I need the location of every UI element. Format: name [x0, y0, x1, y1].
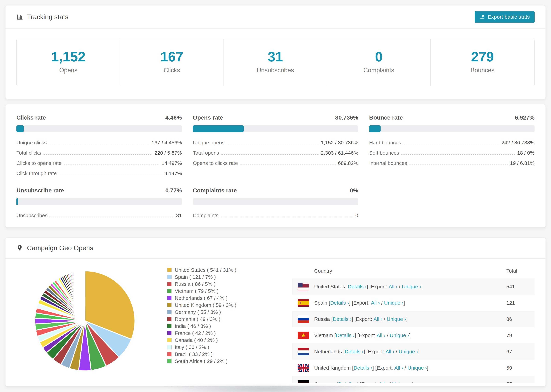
stat-value: 0: [327, 50, 430, 64]
legend-item: France ( 42 / 2% ): [167, 329, 276, 336]
table-row-gb: United Kingdom [Details ›] [Export: All …: [292, 360, 535, 376]
details-link[interactable]: Details ›: [348, 284, 367, 290]
stat-value: 279: [431, 50, 534, 64]
rate-detail-row: Total opens 2,303 / 61.446%: [193, 150, 358, 156]
rate-detail-label: Internal bounces: [369, 160, 407, 166]
country-flag-icon: ★: [298, 332, 309, 339]
geo-opens-legend: United States ( 541 / 31% ) Spain ( 121 …: [167, 266, 276, 365]
country-name: United States: [314, 284, 345, 290]
legend-label: India ( 46 / 3% ): [175, 323, 211, 329]
rate-card-clicks-rate: Clicks rate 4.46% Unique clicks 167 / 4.…: [16, 114, 182, 176]
export-all-link[interactable]: All ›: [389, 284, 397, 290]
rate-progress-bar: [193, 125, 358, 132]
country-flag-icon: [298, 283, 309, 290]
rate-detail-value: 220 / 5.87%: [155, 150, 182, 156]
rate-detail-value: 167 / 4.456%: [152, 140, 182, 145]
export-unique-link[interactable]: Unique ›: [392, 381, 411, 383]
legend-swatch: [167, 331, 172, 335]
dotted-leader: [50, 217, 174, 217]
country-name: United Kingdom: [314, 365, 351, 371]
bar-chart-icon: [16, 14, 23, 20]
rate-detail-row: Unique opens 1,152 / 30.736%: [193, 140, 358, 145]
export-unique-link[interactable]: Unique ›: [387, 316, 406, 322]
stat-value: 1,152: [17, 50, 120, 64]
details-link[interactable]: Details ›: [336, 332, 354, 338]
rate-detail-row: Internal bounces 19 / 6.81%: [369, 160, 535, 166]
details-link[interactable]: Details ›: [345, 349, 363, 355]
legend-label: Germany ( 55 / 3% ): [175, 309, 221, 315]
rates-card: Clicks rate 4.46% Unique clicks 167 / 4.…: [6, 104, 545, 227]
rate-detail-value: 242 / 86.738%: [502, 140, 535, 145]
dotted-leader: [221, 217, 353, 217]
rate-detail-row: Opens to clicks rate 689.82%: [193, 160, 358, 166]
details-link[interactable]: Details ›: [330, 300, 349, 306]
export-unique-link[interactable]: Unique ›: [402, 284, 421, 290]
rate-detail-value: 14.497%: [162, 160, 182, 166]
export-all-link[interactable]: All ›: [379, 381, 388, 383]
rate-progress-fill: [193, 125, 244, 132]
legend-item: United States ( 541 / 31% ): [167, 266, 276, 273]
legend-label: Canada ( 40 / 2% ): [175, 337, 218, 343]
export-unique-link[interactable]: Unique ›: [384, 300, 403, 306]
rate-detail-value: 689.82%: [338, 160, 358, 166]
rate-detail-label: Complaints: [193, 213, 219, 218]
legend-swatch: [167, 359, 172, 364]
details-link[interactable]: Details ›: [353, 365, 372, 371]
legend-label: France ( 42 / 2% ): [175, 330, 216, 336]
dotted-leader: [59, 175, 162, 175]
rate-detail-label: Unique opens: [193, 140, 225, 145]
export-unique-link[interactable]: Unique ›: [407, 365, 427, 371]
legend-item: Netherlands ( 67 / 4% ): [167, 294, 276, 301]
country-total: 67: [506, 349, 535, 355]
rate-detail-row: Complaints 0: [193, 213, 358, 218]
export-all-link[interactable]: All ›: [374, 316, 382, 322]
country-flag-icon: [298, 315, 309, 323]
table-row-vn: ★ Vietnam [Details ›] [Export: All › / U…: [292, 327, 535, 343]
rate-detail-value: 31: [176, 213, 182, 218]
rate-detail-row: Total clicks 220 / 5.87%: [16, 150, 182, 156]
table-row-es: Spain [Details ›] [Export: All › / Uniqu…: [292, 295, 535, 311]
export-all-link[interactable]: All ›: [377, 332, 386, 338]
legend-swatch: [167, 268, 172, 272]
rate-progress-fill: [16, 125, 24, 132]
legend-label: Brazil ( 33 / 2% ): [175, 351, 213, 357]
rate-detail-label: Unique clicks: [16, 140, 47, 145]
dotted-leader: [227, 144, 318, 144]
export-all-link[interactable]: All ›: [395, 365, 403, 371]
country-flag-icon: [298, 364, 309, 372]
geo-opens-header: Campaign Geo Opens: [6, 238, 545, 259]
export-unique-link[interactable]: Unique ›: [390, 332, 409, 338]
export-unique-link[interactable]: Unique ›: [399, 349, 418, 355]
export-basic-stats-button[interactable]: Export basic stats: [475, 11, 535, 23]
details-link[interactable]: Details ›: [338, 381, 357, 383]
pie-slice-other[interactable]: [85, 271, 85, 321]
dotted-leader: [64, 165, 159, 165]
table-row-nl: Netherlands [Details ›] [Export: All › /…: [292, 343, 535, 360]
export-icon: [480, 14, 485, 20]
rate-value: 4.46%: [165, 114, 182, 121]
country-name: Russia: [314, 316, 330, 322]
rate-progress-fill: [16, 198, 18, 205]
country-total: 121: [506, 300, 535, 306]
rate-detail-row: Click through rate 4.147%: [16, 170, 182, 176]
legend-swatch: [167, 282, 172, 286]
country-name: Germany: [314, 381, 335, 383]
geo-opens-content: United States ( 541 / 31% ) Spain ( 121 …: [6, 259, 545, 383]
legend-swatch: [167, 324, 172, 328]
rate-detail-row: Unique clicks 167 / 4.456%: [16, 140, 182, 145]
summary-stat: 0 Complaints: [327, 39, 431, 86]
legend-label: United States ( 541 / 31% ): [175, 267, 236, 273]
rate-progress-fill: [369, 125, 381, 132]
export-all-link[interactable]: All ›: [386, 349, 395, 355]
country-total: 55: [506, 381, 535, 383]
stat-value: 31: [224, 50, 327, 64]
legend-label: Italy ( 36 / 2% ): [175, 344, 209, 350]
details-link[interactable]: Details ›: [333, 316, 352, 322]
legend-item: Canada ( 40 / 2% ): [167, 336, 276, 343]
rate-title: Clicks rate: [16, 114, 46, 121]
export-all-link[interactable]: All ›: [371, 300, 380, 306]
table-header-row: Country Total: [292, 263, 535, 279]
summary-stat: 167 Clicks: [120, 39, 224, 86]
bottom-shadow-artifact: [165, 386, 368, 392]
rate-card-unsubscribe-rate: Unsubscribe rate 0.77% Unsubscribes 31: [16, 187, 182, 218]
